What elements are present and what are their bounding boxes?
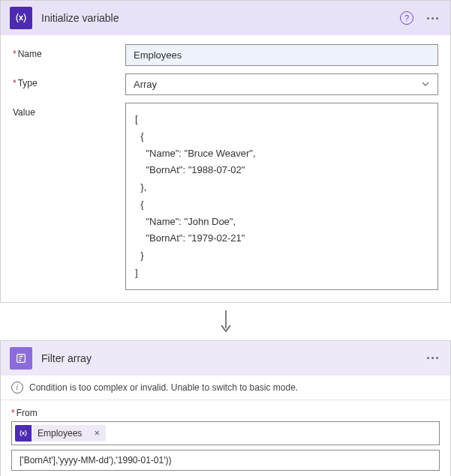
filter-array-title: Filter array — [41, 352, 415, 364]
chevron-down-icon — [421, 79, 430, 90]
name-label: Name — [13, 44, 125, 59]
info-text: Condition is too complex or invalid. Una… — [29, 382, 298, 393]
more-options-icon[interactable] — [424, 14, 441, 22]
token-label: Employees — [32, 428, 88, 439]
flow-arrow-icon — [0, 303, 451, 340]
initialize-variable-body: Name Type Array Value [ { "Name": "Bruce… — [1, 35, 450, 302]
type-select-value: Array — [134, 79, 157, 90]
name-input[interactable] — [125, 44, 438, 66]
more-options-icon[interactable] — [424, 354, 441, 362]
value-textarea[interactable]: [ { "Name": "Bruce Weaver", "BornAt": "1… — [125, 103, 438, 290]
initialize-variable-header[interactable]: Initialize variable ? — [1, 1, 450, 35]
initialize-variable-card: Initialize variable ? Name Type Array — [0, 0, 451, 303]
filter-icon — [10, 347, 32, 370]
type-label: Type — [13, 73, 125, 88]
info-banner: i Condition is too complex or invalid. U… — [1, 376, 450, 400]
variable-token-icon — [15, 425, 32, 442]
info-icon: i — [11, 382, 23, 394]
token-remove-icon[interactable]: × — [88, 427, 106, 439]
from-label: From — [11, 408, 440, 418]
from-input[interactable]: Employees × — [11, 421, 440, 445]
type-select[interactable]: Array — [125, 73, 438, 95]
help-icon[interactable]: ? — [400, 11, 413, 25]
filter-array-card: Filter array i Condition is too complex … — [0, 340, 451, 477]
value-label: Value — [13, 103, 125, 118]
filter-array-body: From Employees × ['BornAt'],'yyyy-MM-dd'… — [1, 400, 450, 477]
employees-token: Employees × — [15, 425, 106, 442]
filter-array-header[interactable]: Filter array — [1, 341, 450, 376]
variable-icon — [10, 7, 32, 29]
expression-input[interactable]: ['BornAt'],'yyyy-MM-dd'),'1990-01-01')) — [11, 450, 440, 471]
initialize-variable-title: Initialize variable — [41, 12, 391, 24]
